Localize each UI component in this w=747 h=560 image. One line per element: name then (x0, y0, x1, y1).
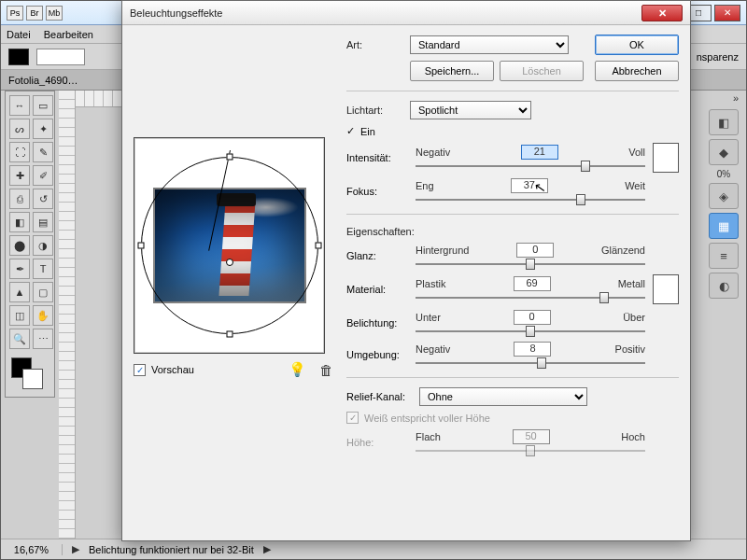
ruler-vertical (59, 91, 76, 539)
tool-shape[interactable]: ▢ (33, 282, 53, 302)
ambience-color-swatch[interactable] (653, 274, 679, 304)
intensity-right: Voll (628, 147, 645, 158)
light-type-select[interactable]: Spotlicht (410, 101, 531, 119)
save-button[interactable]: Speichern... (410, 61, 494, 81)
texture-channel-select[interactable]: Ohne (419, 387, 587, 406)
light-handle-s[interactable] (226, 331, 233, 338)
status-message: Belichtung funktioniert nur bei 32-Bit (89, 544, 254, 555)
tool-wand[interactable]: ✦ (33, 119, 53, 139)
style-select[interactable]: Standard (410, 35, 569, 54)
preview-canvas[interactable] (134, 137, 325, 354)
texture-channel-label: Relief-Kanal: (346, 391, 414, 402)
ambience-slider[interactable] (416, 358, 645, 368)
focus-value[interactable]: 37 (511, 178, 548, 193)
height-right: Hoch (621, 431, 645, 442)
properties-label: Eigenschaften: (346, 226, 679, 237)
cancel-button[interactable]: Abbrechen (595, 61, 679, 81)
tool-path-select[interactable]: ▲ (9, 282, 30, 302)
gloss-left: Hintergrund (416, 245, 469, 256)
menu-edit[interactable]: Bearbeiten (44, 29, 93, 40)
tools-panel: ↔ ▭ ᔕ ✦ ⛶ ✎ ✚ ✐ ⎙ ↺ ◧ ▤ ⬤ ◑ ✒ T ▲ ▢ ◫ ✋ … (5, 91, 55, 398)
light-handle-e[interactable] (315, 243, 321, 249)
material-label: Material: (346, 284, 408, 295)
trash-icon[interactable]: 🗑 (316, 362, 337, 378)
ambience-right: Positiv (615, 343, 645, 355)
dialog-titlebar[interactable]: Beleuchtungseffekte ✕ (122, 1, 690, 25)
focus-label: Fokus: (346, 186, 408, 197)
option-fg-swatch[interactable] (8, 49, 29, 65)
tool-hand[interactable]: ✋ (33, 305, 53, 326)
tool-type[interactable]: T (33, 259, 53, 279)
tool-blur[interactable]: ⬤ (9, 235, 30, 256)
panel-icon-layers[interactable]: ◧ (709, 109, 739, 135)
ok-button[interactable]: OK (595, 35, 679, 55)
preview-label: Vorschau (151, 364, 194, 375)
intensity-slider[interactable] (416, 161, 645, 171)
menu-file[interactable]: Datei (7, 29, 31, 40)
tool-move[interactable]: ↔ (9, 95, 30, 116)
material-left: Plastik (416, 278, 445, 289)
focus-right: Weit (625, 180, 645, 191)
tool-gradient[interactable]: ▤ (33, 212, 53, 232)
tool-marquee[interactable]: ▭ (33, 95, 53, 116)
tool-3d[interactable]: ◫ (9, 305, 30, 326)
tool-zoom[interactable]: 🔍 (9, 329, 30, 349)
exposure-value[interactable]: 0 (514, 310, 551, 325)
on-checkbox[interactable]: ✓ (346, 125, 355, 137)
panel-icon-adjust[interactable]: ◐ (709, 273, 739, 299)
option-grad-swatch[interactable] (36, 49, 85, 65)
delete-button[interactable]: Löschen (500, 61, 584, 81)
material-right: Metall (618, 278, 645, 289)
dialog-close-button[interactable]: ✕ (641, 5, 683, 21)
exposure-left: Unter (416, 312, 441, 323)
gloss-slider[interactable] (416, 259, 645, 269)
zoom-level[interactable]: 16,67% (8, 544, 63, 555)
ambience-value[interactable]: 8 (514, 342, 551, 357)
light-type-label: Lichtart: (346, 105, 404, 116)
dialog-title: Beleuchtungseffekte (130, 7, 641, 19)
tool-heal[interactable]: ✚ (9, 165, 30, 186)
tool-dodge[interactable]: ◑ (33, 235, 53, 256)
panel-icon-channels[interactable]: ◆ (709, 139, 739, 165)
light-center-handle[interactable] (226, 259, 233, 266)
preview-checkbox[interactable]: ✓ (134, 364, 146, 376)
style-label: Art: (346, 39, 404, 50)
intensity-value[interactable]: 21 (521, 145, 558, 160)
panel-icon-selected[interactable]: ▦ (709, 213, 739, 239)
panel-icon-paths[interactable]: ◈ (709, 183, 739, 209)
light-ellipse[interactable] (141, 157, 318, 334)
height-value: 50 (513, 429, 550, 444)
tool-brush[interactable]: ✐ (33, 165, 53, 186)
tool-history-brush[interactable]: ↺ (33, 189, 53, 209)
tool-color-swatches[interactable] (9, 356, 53, 393)
exposure-slider[interactable] (416, 327, 645, 336)
lightbulb-icon[interactable]: 💡 (285, 361, 310, 378)
exposure-right: Über (623, 312, 645, 323)
focus-slider[interactable] (416, 195, 645, 204)
light-color-swatch[interactable] (653, 143, 679, 173)
tool-extra[interactable]: ⋯ (33, 329, 53, 349)
gloss-label: Glanz: (346, 250, 408, 261)
tool-pen[interactable]: ✒ (9, 259, 30, 279)
light-handle-w[interactable] (137, 243, 144, 249)
white-high-checkbox: ✓ (346, 412, 359, 424)
panel-dock: » ◧ ◆ 0% ◈ ▦ ≡ ◐ (705, 91, 742, 539)
tool-lasso[interactable]: ᔕ (9, 119, 30, 139)
panel-icon-history[interactable]: ≡ (709, 243, 739, 269)
tool-stamp[interactable]: ⎙ (9, 189, 30, 209)
white-high-label: Weiß entspricht voller Höhe (364, 413, 490, 424)
window-close-button[interactable]: ✕ (714, 5, 740, 21)
lighting-effects-dialog: Beleuchtungseffekte ✕ ✓ Vorsc (121, 0, 691, 541)
tool-crop[interactable]: ⛶ (9, 142, 30, 162)
height-label: Höhe: (346, 437, 408, 448)
gloss-value[interactable]: 0 (516, 243, 554, 258)
panel-collapse-icon[interactable]: » (705, 91, 742, 105)
material-value[interactable]: 69 (514, 276, 551, 291)
tool-eyedropper[interactable]: ✎ (33, 142, 53, 162)
material-slider[interactable] (416, 293, 645, 302)
light-handle-n[interactable] (226, 154, 233, 161)
intensity-left: Negativ (416, 147, 450, 158)
focus-left: Eng (416, 180, 434, 191)
app-icon-br: Br (26, 6, 43, 21)
tool-eraser[interactable]: ◧ (9, 212, 30, 232)
